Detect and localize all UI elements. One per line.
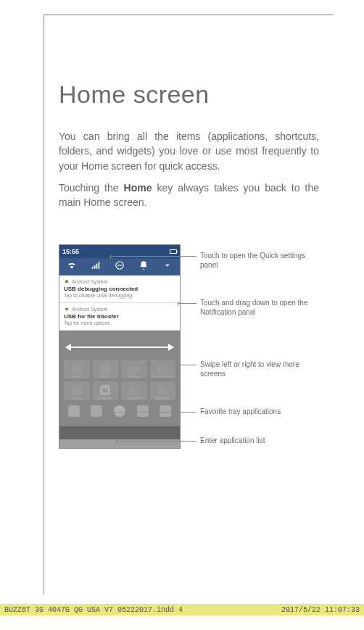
- do-not-disturb-icon: [115, 260, 125, 273]
- arrow-right-icon: [168, 344, 174, 351]
- app-icon: Phone Switch: [150, 360, 176, 378]
- android-icon: [64, 306, 70, 312]
- paragraph-home-key: Touching the Home key always takes you b…: [59, 181, 319, 210]
- status-time: 15:55: [62, 248, 79, 255]
- app-icon: Gallery: [121, 360, 147, 378]
- notification-title: USB debugging connected: [64, 286, 175, 292]
- wifi-icon: [67, 260, 77, 273]
- signal-icon: [91, 260, 101, 273]
- callout-notification-panel: Touch and drag down to open the Notifica…: [200, 299, 323, 317]
- quick-settings-row: [59, 258, 180, 275]
- svg-rect-1: [117, 265, 122, 266]
- chevron-down-icon: [162, 260, 173, 273]
- notification-subtitle: Tap to disable USB debugging.: [64, 293, 175, 298]
- app-icon-grid: Apps Music Gallery Phone Switch Chrome 3…: [64, 360, 175, 400]
- android-icon: [64, 278, 70, 284]
- app-icon: Play Store: [121, 381, 147, 400]
- notification-usb-debugging: Android System USB debugging connected T…: [59, 275, 180, 303]
- print-footer: BUZZ6T 3G 4047G QG USA V7 05222017.indd …: [0, 604, 364, 616]
- notification-app-label: Android System: [72, 307, 107, 312]
- callout-app-list: Enter application list: [200, 436, 323, 446]
- arrow-left-icon: [65, 344, 71, 351]
- callout-favorite-tray: Favorite tray applications: [200, 407, 323, 417]
- paragraph-intro: You can bring all the items (application…: [59, 129, 319, 173]
- callout-text: Swipe left or right to view more screens: [200, 360, 299, 378]
- app-icon: Music: [93, 360, 119, 378]
- callout-swipe-screens: Swipe left or right to view more screens: [200, 360, 323, 378]
- notification-app-label: Android System: [72, 279, 107, 284]
- navigation-bar: [59, 426, 180, 439]
- callout-text: Favorite tray applications: [200, 407, 281, 415]
- callout-text: Enter application list: [200, 436, 265, 444]
- tray-app: [133, 402, 153, 420]
- battery-icon: [170, 249, 177, 254]
- favorite-tray: [64, 402, 175, 420]
- paragraph-text: Touching the: [59, 182, 124, 194]
- callout-text: Touch to open the Quick settings panel: [200, 252, 305, 269]
- notification-usb-transfer: Android System USB for file transfer Tap…: [59, 303, 180, 331]
- callout-line: [113, 412, 197, 413]
- callout-line: [117, 441, 197, 442]
- home-wallpaper: Apps Music Gallery Phone Switch Chrome 3…: [59, 331, 180, 439]
- swipe-indicator: [65, 344, 174, 351]
- bell-icon: [138, 260, 149, 273]
- footer-file: BUZZ6T 3G 4047G QG USA V7 05222017.indd …: [4, 606, 183, 614]
- tray-app: [155, 402, 175, 420]
- app-icon: Apps: [64, 360, 90, 378]
- callout-line: [119, 365, 197, 365]
- phone-mockup: 15:55 Android System USB debugging conne…: [59, 244, 181, 449]
- callout-line: [178, 303, 197, 304]
- diagram: 15:55 Android System USB debugging conne…: [59, 244, 319, 469]
- notification-title: USB for file transfer: [64, 313, 175, 320]
- tray-app: [64, 402, 84, 420]
- callout-quick-settings: Touch to open the Quick settings panel: [200, 252, 323, 270]
- callout-line: [111, 256, 197, 257]
- notification-subtitle: Tap for more options.: [64, 320, 175, 326]
- page: Home screen You can bring all the items …: [44, 14, 334, 594]
- footer-timestamp: 2017/5/22 11:07:33: [281, 606, 360, 614]
- home-key-label: Home: [124, 182, 152, 194]
- page-title: Home screen: [59, 80, 319, 109]
- tray-app: [87, 402, 107, 420]
- app-icon: Chrome: [64, 381, 90, 400]
- callout-text: Touch and drag down to open the Notifica…: [200, 299, 307, 316]
- app-icon: Big Stock: [150, 381, 176, 400]
- app-icon: 31Calendar: [93, 381, 119, 400]
